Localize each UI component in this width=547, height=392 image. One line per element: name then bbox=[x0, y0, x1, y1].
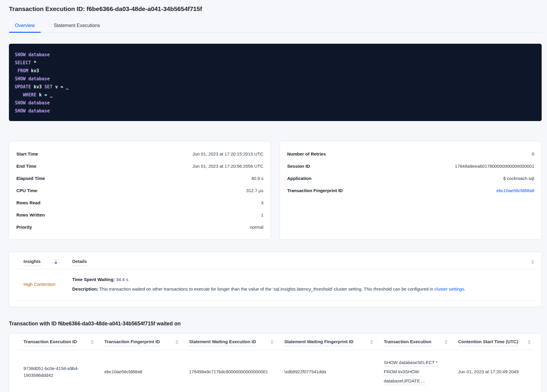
sort-up-arrow bbox=[175, 340, 178, 342]
details-column-label[interactable]: Details bbox=[72, 259, 87, 266]
summary-value: 40.9 s bbox=[251, 176, 263, 181]
sort-up-arrow bbox=[91, 340, 94, 342]
column-label-transaction-fingerprint-id[interactable]: Transaction Fingerprint ID bbox=[104, 339, 160, 346]
summary-row: Start TimeJun 01, 2023 at 17:20:15:2015 … bbox=[9, 148, 271, 160]
sql-literal: k = _ bbox=[36, 92, 52, 98]
sort-down-arrow bbox=[528, 343, 531, 344]
summary-label: Rows Read bbox=[16, 200, 40, 205]
insight-row: High Contention Time Spent Waiting: 34.4… bbox=[16, 269, 534, 301]
transaction-execution-id-cell: 9738d051-bc0e-4158-a9b4-1903586ddd42 bbox=[16, 365, 97, 379]
column-header-transaction-fingerprint-id[interactable]: Transaction Fingerprint ID bbox=[97, 339, 182, 346]
sql-preview-line: databaseUPDATE ... bbox=[384, 376, 446, 385]
column-header-contention-start-time-utc[interactable]: Contention Start Time (UTC) bbox=[451, 339, 534, 346]
sort-icon[interactable] bbox=[54, 259, 57, 264]
sort-icon[interactable] bbox=[528, 339, 531, 344]
summary-row: Number of Retries0 bbox=[280, 148, 541, 160]
summary-row: Transaction Fingerprint IDebc10ae56cfd88… bbox=[280, 184, 541, 197]
summary-row: Session ID17648a9eea60178000000000000000… bbox=[280, 160, 541, 172]
sort-icon[interactable] bbox=[175, 339, 178, 344]
waited-on-table-row: 9738d051-bc0e-4158-a9b4-1903586ddd42 ebc… bbox=[16, 350, 534, 392]
summary-label: Start Time bbox=[16, 151, 38, 156]
sql-preview-text[interactable]: SHOW databaseSELECT * bbox=[384, 360, 438, 367]
summary-label: Session ID bbox=[287, 164, 310, 169]
tab-overview[interactable]: Overview bbox=[9, 20, 41, 32]
summary-value: Jun 01, 2023 at 17:20:56:2056 UTC bbox=[192, 164, 263, 169]
column-label-statement-waiting-fingerprint-id[interactable]: Statement Waiting Fingerprint ID bbox=[284, 339, 353, 346]
tab-statement-executions[interactable]: Statement Executions bbox=[48, 20, 106, 32]
summary-value: 0 bbox=[532, 151, 534, 156]
sql-statements-box: SHOW databaseSELECT * FROM kv3SHOW datab… bbox=[9, 44, 542, 121]
sql-preview-line: FROM kv3SHOW bbox=[384, 367, 446, 376]
insights-card: Insights Details High Contention Time Sp… bbox=[9, 252, 542, 307]
summary-label: Elapsed Time bbox=[16, 176, 45, 181]
summary-value: 312.7 µs bbox=[246, 188, 263, 193]
summary-label: Priority bbox=[16, 225, 32, 230]
transaction-execution-preview-link[interactable]: SHOW databaseSELECT *FROM kv3SHOWdatabas… bbox=[377, 358, 451, 385]
details-column-header[interactable]: Details bbox=[72, 259, 87, 266]
time-spent-waiting: Time Spent Waiting: 34.4 s bbox=[72, 276, 534, 283]
sql-literal: kv3 bbox=[31, 84, 44, 90]
page-title: Transaction Execution ID: f6be6366-da03-… bbox=[9, 5, 542, 12]
sql-keyword: SET bbox=[44, 84, 52, 90]
summary-label: Transaction Fingerprint ID bbox=[287, 188, 343, 193]
summary-row: CPU Time312.7 µs bbox=[9, 184, 271, 197]
transaction-fingerprint-id-cell: ebc10ae56cfd88a8 bbox=[97, 368, 182, 375]
sort-down-arrow bbox=[444, 343, 447, 344]
transaction-details-page: Transaction Execution ID: f6be6366-da03-… bbox=[0, 0, 547, 392]
summary-label: Rows Written bbox=[16, 212, 45, 217]
description-label: Description: bbox=[72, 286, 98, 291]
sort-down-arrow bbox=[370, 343, 373, 344]
column-label-transaction-execution[interactable]: Transaction Execution bbox=[384, 339, 431, 346]
insight-details: Time Spent Waiting: 34.4 s Description: … bbox=[72, 276, 534, 292]
sql-line: SHOW database bbox=[15, 99, 536, 107]
sql-line: FROM kv3 bbox=[15, 67, 536, 75]
summary-value: $ cockroach sql bbox=[503, 176, 534, 181]
sort-icon[interactable] bbox=[370, 339, 373, 344]
insights-column-header[interactable]: Insights bbox=[23, 259, 72, 266]
tab-overview-label: Overview bbox=[15, 23, 35, 28]
summary-row: Prioritynormal bbox=[9, 221, 271, 233]
sort-down-arrow bbox=[91, 343, 94, 344]
sort-icon[interactable] bbox=[444, 339, 447, 344]
sql-preview-text[interactable]: FROM kv3SHOW bbox=[384, 369, 419, 376]
waited-on-heading: Transaction with ID f6be6366-da03-48de-a… bbox=[9, 321, 542, 327]
sql-keyword: FROM bbox=[15, 68, 28, 73]
summary-cards-row: Start TimeJun 01, 2023 at 17:20:15:2015 … bbox=[9, 141, 542, 239]
sql-keyword: WHERE bbox=[15, 92, 36, 98]
sql-preview-text[interactable]: databaseUPDATE ... bbox=[384, 378, 425, 385]
time-spent-waiting-label: Time Spent Waiting: bbox=[72, 277, 115, 282]
summary-label: Application bbox=[287, 176, 312, 181]
sort-icon[interactable] bbox=[271, 339, 274, 344]
sql-keyword: SELECT bbox=[15, 60, 31, 65]
column-header-statement-waiting-fingerprint-id[interactable]: Statement Waiting Fingerprint ID bbox=[277, 339, 377, 346]
sql-line: SHOW database bbox=[15, 75, 536, 83]
statement-waiting-fingerprint-id-cell: \xdb8922f077541dda bbox=[277, 368, 377, 375]
sql-literal: v = _ bbox=[52, 84, 68, 90]
summary-value: 17648a9eea6017800000000000000001 bbox=[455, 164, 534, 169]
transaction-fingerprint-link[interactable]: ebc10ae56cfd88a8 bbox=[496, 188, 534, 193]
insights-column-label[interactable]: Insights bbox=[23, 259, 41, 266]
sql-keyword: UPDATE bbox=[15, 84, 31, 90]
summary-row: Elapsed Time40.9 s bbox=[9, 172, 271, 184]
summary-row: Rows Read3 bbox=[9, 197, 271, 209]
column-header-transaction-execution[interactable]: Transaction Execution bbox=[377, 339, 451, 346]
sort-down-arrow bbox=[271, 343, 274, 344]
time-spent-waiting-value: 34.4 s bbox=[116, 277, 128, 282]
session-summary-card: Number of Retries0Session ID17648a9eea60… bbox=[280, 141, 542, 239]
cluster-settings-link[interactable]: cluster settings bbox=[434, 286, 464, 291]
description-text: This transaction waited on other transac… bbox=[99, 286, 434, 291]
waited-on-table-header: Transaction Execution IDTransaction Fing… bbox=[16, 334, 534, 350]
sql-keyword: SHOW database bbox=[15, 76, 50, 81]
sort-icon[interactable] bbox=[531, 259, 534, 264]
column-label-contention-start-time-utc[interactable]: Contention Start Time (UTC) bbox=[458, 339, 518, 346]
sql-keyword: SHOW database bbox=[15, 100, 50, 106]
sort-icon[interactable] bbox=[91, 339, 94, 344]
sort-up-arrow bbox=[370, 340, 373, 342]
column-label-transaction-execution-id[interactable]: Transaction Execution ID bbox=[23, 339, 77, 346]
column-header-transaction-execution-id[interactable]: Transaction Execution ID bbox=[16, 339, 97, 346]
sql-keyword: SHOW database bbox=[15, 108, 50, 114]
tab-bar: Overview Statement Executions bbox=[9, 20, 542, 32]
column-label-statement-waiting-execution-id[interactable]: Statement Waiting Execution ID bbox=[189, 339, 256, 346]
summary-value: 1 bbox=[261, 212, 263, 217]
column-header-statement-waiting-execution-id[interactable]: Statement Waiting Execution ID bbox=[182, 339, 277, 346]
